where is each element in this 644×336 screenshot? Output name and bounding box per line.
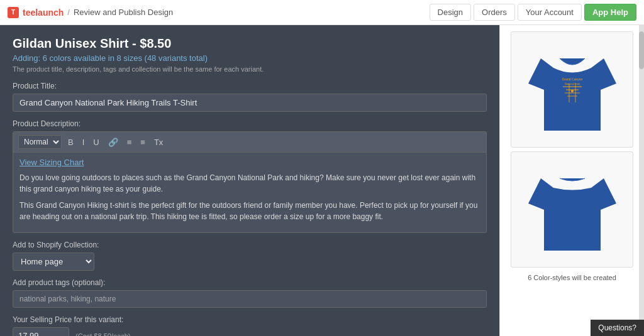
price-label: Your Selling Price for this variant: bbox=[13, 315, 487, 324]
ordered-list-button[interactable]: ≡ bbox=[138, 137, 148, 148]
brand: T teelaunch bbox=[8, 7, 64, 18]
main-container: Gildan Unisex Shirt - $8.50 Adding: 6 co… bbox=[0, 25, 644, 336]
brand-icon: T bbox=[8, 7, 19, 18]
scrollbar[interactable] bbox=[639, 25, 644, 336]
product-title-input[interactable] bbox=[13, 94, 487, 112]
shirt-back-image bbox=[522, 160, 623, 260]
description-label: Product Description: bbox=[13, 119, 487, 128]
bold-button[interactable]: B bbox=[65, 137, 76, 148]
format-select[interactable]: Normal bbox=[18, 135, 62, 149]
color-label: 6 Color-styles will be created bbox=[528, 274, 616, 281]
description-content[interactable]: View Sizing Chart Do you love going outd… bbox=[13, 153, 486, 232]
price-row: (Cost $8.50/each) bbox=[13, 327, 487, 336]
sizing-chart-link[interactable]: View Sizing Chart bbox=[19, 158, 480, 167]
shirt-back-container bbox=[511, 151, 633, 268]
shirt-front-container: Grand Canyon National Park bbox=[511, 31, 633, 148]
product-subheading: Adding: 6 colors available in 8 sizes (4… bbox=[13, 53, 487, 63]
description-editor: Normal B I U 🔗 ≡ ≡ Tx View Sizing Chart … bbox=[13, 131, 487, 233]
editor-toolbar: Normal B I U 🔗 ≡ ≡ Tx bbox=[13, 132, 486, 153]
tags-input[interactable] bbox=[13, 290, 487, 308]
underline-button[interactable]: U bbox=[91, 137, 101, 148]
description-para-2: This Grand Canyon Hiking t-shirt is the … bbox=[19, 200, 480, 222]
account-nav-button[interactable]: Your Account bbox=[518, 4, 582, 21]
orders-nav-button[interactable]: Orders bbox=[474, 4, 515, 21]
right-panel: Grand Canyon National Park 6 Color-style… bbox=[499, 25, 644, 336]
left-panel: Gildan Unisex Shirt - $8.50 Adding: 6 co… bbox=[0, 25, 499, 336]
unordered-list-button[interactable]: ≡ bbox=[125, 137, 135, 148]
clear-format-button[interactable]: Tx bbox=[152, 137, 165, 148]
description-para-1: Do you love going outdoors to places suc… bbox=[19, 172, 480, 195]
title-label: Product Title: bbox=[13, 82, 487, 90]
svg-text:National Park: National Park bbox=[564, 82, 579, 85]
price-note: (Cost $8.50/each) bbox=[75, 332, 130, 337]
collection-label: Add to Shopify Collection: bbox=[13, 241, 487, 249]
page-title: Review and Publish Design bbox=[74, 8, 173, 17]
link-button[interactable]: 🔗 bbox=[106, 137, 121, 148]
breadcrumb-separator: / bbox=[67, 8, 70, 17]
design-nav-button[interactable]: Design bbox=[430, 4, 471, 21]
italic-button[interactable]: I bbox=[80, 137, 87, 148]
price-input[interactable] bbox=[13, 327, 69, 336]
header-nav: Design Orders Your Account App Help bbox=[430, 4, 636, 21]
tags-label: Add product tags (optional): bbox=[13, 278, 487, 287]
product-name: Gildan Unisex Shirt - $8.50 bbox=[13, 36, 487, 51]
shirt-front-image: Grand Canyon National Park bbox=[522, 40, 623, 140]
questions-button[interactable]: Questions? bbox=[591, 320, 644, 336]
scroll-thumb[interactable] bbox=[639, 31, 644, 69]
collection-select[interactable]: Home page Frontpage All bbox=[13, 252, 94, 271]
product-note: The product title, description, tags and… bbox=[13, 65, 487, 73]
svg-point-6 bbox=[571, 90, 574, 92]
svg-text:Grand Canyon: Grand Canyon bbox=[562, 77, 582, 81]
brand-name: teelaunch bbox=[23, 8, 64, 18]
header: T teelaunch / Review and Publish Design … bbox=[0, 0, 644, 25]
help-nav-button[interactable]: App Help bbox=[584, 4, 636, 21]
